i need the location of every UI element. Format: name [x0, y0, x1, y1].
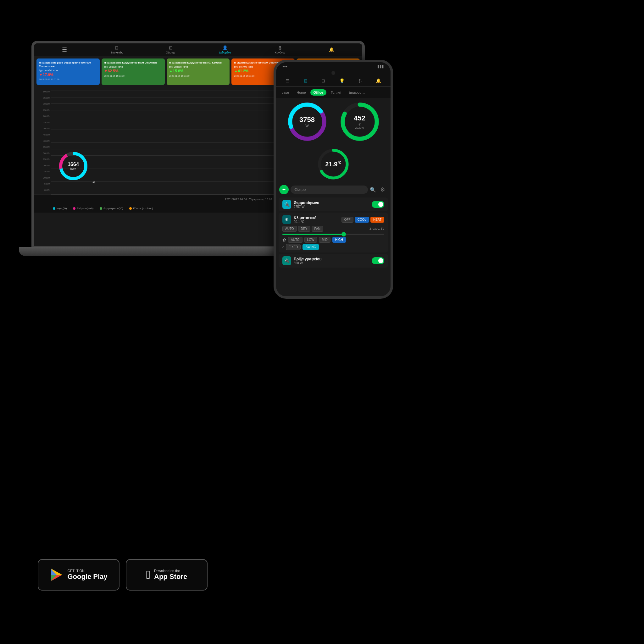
phone-temp-gauge: 21.9°C	[276, 145, 391, 183]
tab-bell[interactable]: 🔔	[329, 47, 334, 52]
laptop-donut-chart: 1664 kWh	[58, 150, 89, 182]
device-klimatistiko: ❄ Κλιματιστικό 20.1 °C OFF COOL HEAT AUT…	[279, 213, 388, 253]
store-buttons: GET IT ON Google Play  Download on the …	[38, 559, 208, 591]
fan-high-button[interactable]: HIGH	[332, 237, 346, 243]
phone-bulb-icon[interactable]: 💡	[339, 78, 345, 83]
cost-gauge: 452 € 2929W	[339, 101, 380, 142]
card-temperature[interactable]: Η εβδομαδιαία μέση Θερμοκρασία του Ham T…	[36, 58, 100, 85]
card-kouzina-weekly[interactable]: Η εβδομαδιαία Ενέργεια του DS Ηλ. Κουζίν…	[167, 58, 230, 85]
card-ham-dinswitch-weekly[interactable]: Η εβδομαδιαία Ενέργεια του HAM DinSwitch…	[102, 58, 165, 85]
laptop-topbar: ☰ ⊟ Συσκευές ⊡ Χάρτης 👤 Δεδομένα {} Κανό…	[34, 43, 362, 56]
tab-rules[interactable]: {} Κανόνες	[275, 45, 285, 54]
search-icon[interactable]: 🔍	[370, 187, 376, 193]
fan-low-button[interactable]: LOW	[304, 237, 317, 243]
ac-off-button[interactable]: OFF	[341, 217, 353, 223]
ac-dry-button[interactable]: DRY	[298, 226, 310, 232]
ac-heat-button[interactable]: HEAT	[370, 217, 384, 223]
chart-marker: ◄	[92, 180, 95, 184]
device-ac-icon: ❄	[282, 215, 291, 224]
priza-toggle[interactable]	[372, 257, 384, 264]
fan-auto-button[interactable]: AUTO	[288, 237, 303, 243]
phone-status-bar: ●●● ▋▋▋	[276, 62, 391, 71]
tab-case[interactable]: case	[279, 89, 292, 96]
tab-home[interactable]: Home	[293, 89, 309, 96]
legend-cost: Κόστος (περίπου)	[129, 207, 153, 210]
tab-data[interactable]: 👤 Δεδομένα	[219, 45, 231, 54]
apple-icon: 	[146, 568, 150, 581]
phone-camera	[276, 71, 391, 75]
search-input[interactable]	[291, 186, 368, 194]
ac-fan-button[interactable]: FAN	[312, 226, 323, 232]
settings-icon[interactable]: ⚙	[378, 185, 387, 194]
swing-arrow-icon: ↑	[281, 245, 285, 249]
phone-map-icon[interactable]: ⊟	[321, 78, 325, 83]
tab-map[interactable]: ⊡ Χάρτης	[166, 45, 175, 54]
chart-y-axis: 80kWh 75kWh 70kWh 65kWh 60kWh 55kWh 50kW…	[34, 87, 51, 194]
ac-cool-button[interactable]: COOL	[355, 217, 369, 223]
device-plug2-icon: 🔌	[282, 256, 291, 265]
fan-mid-button[interactable]: MID	[319, 237, 330, 243]
tab-devices[interactable]: ⊟ Συσκευές	[111, 45, 123, 54]
add-device-button[interactable]: +	[279, 185, 289, 194]
swing-fixed-button[interactable]: FIXED	[286, 244, 301, 250]
thermosifonos-toggle[interactable]	[372, 201, 384, 208]
tab-office[interactable]: Office	[310, 89, 326, 96]
fan-icon: ✿	[282, 237, 286, 242]
device-priza-grafeiou: 🔌 Πρίζα γραφείου 550 W	[279, 254, 388, 268]
front-camera	[331, 71, 335, 75]
google-play-button[interactable]: GET IT ON Google Play	[38, 559, 119, 591]
hamburger-icon[interactable]: ☰	[62, 46, 67, 53]
phone-grid-icon[interactable]: ⊡	[304, 78, 308, 83]
device-thermosifonos: 🔌 Θερμοσίφωνο 2757 W	[279, 197, 388, 211]
phone-hamburger-icon[interactable]: ☰	[286, 78, 290, 83]
phone-search-bar: + 🔍 ⚙	[276, 183, 391, 196]
phone-tabs: case Home Office Τοπική Δημιουρ…	[276, 87, 391, 98]
phone-bell-icon[interactable]: 🔔	[376, 78, 381, 83]
swing-swing-button[interactable]: SWING	[303, 244, 319, 250]
tab-create[interactable]: Δημιουρ…	[346, 89, 368, 96]
phone-topnav: ☰ ⊡ ⊟ 💡 {} 🔔	[276, 75, 391, 87]
phone-mockup: ●●● ▋▋▋ ☰ ⊡ ⊟ 💡 {} 🔔 case Home Office Το…	[274, 60, 393, 299]
google-play-icon	[50, 568, 64, 582]
ac-auto-button[interactable]: AUTO	[282, 226, 297, 232]
phone-gauges-row: 3758 W 452 € 2929W	[276, 98, 391, 145]
tab-local[interactable]: Τοπική	[328, 89, 344, 96]
ac-temp-slider[interactable]	[282, 234, 384, 235]
legend-energy: Ενέργεια(kWh)	[73, 207, 93, 210]
legend-power: Ισχύς(W)	[53, 207, 67, 210]
app-store-button[interactable]:  Download on the App Store	[126, 559, 208, 591]
phone-code-icon[interactable]: {}	[359, 78, 362, 83]
legend-temp: Θερμοκρασία(°C)	[100, 207, 123, 210]
power-gauge: 3758 W	[287, 101, 328, 142]
device-plug-icon: 🔌	[282, 200, 291, 209]
